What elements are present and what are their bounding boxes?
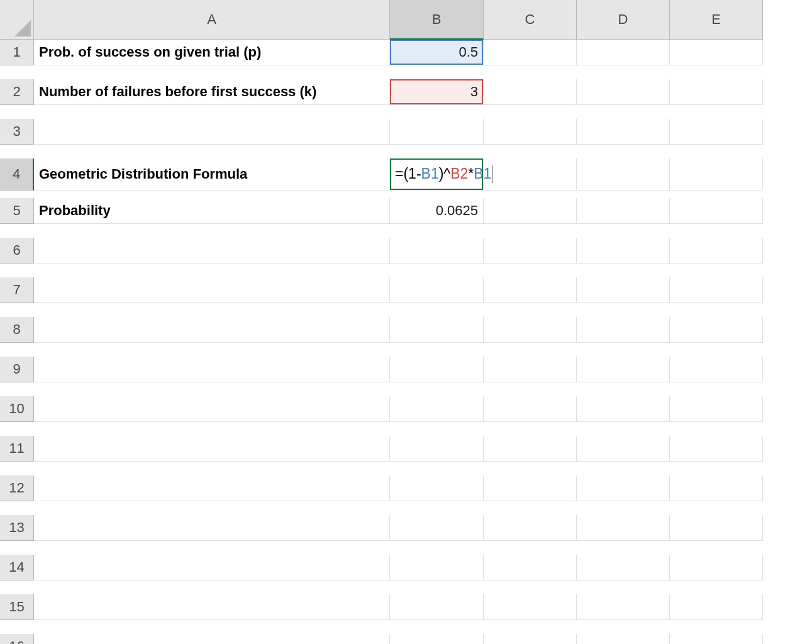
cell-B8[interactable]: [390, 317, 484, 343]
cell-E6[interactable]: [670, 238, 763, 264]
cell-C8[interactable]: [484, 317, 577, 343]
cell-C7[interactable]: [484, 277, 577, 303]
cell-D5[interactable]: [577, 198, 670, 224]
cell-E8[interactable]: [670, 317, 763, 343]
cell-B16[interactable]: [390, 634, 484, 644]
cell-B4[interactable]: =(1-B1)^B2*B1: [390, 158, 484, 191]
cell-E7[interactable]: [670, 277, 763, 303]
cell-C13[interactable]: [484, 515, 577, 541]
cell-D9[interactable]: [577, 357, 670, 382]
select-all-corner[interactable]: [0, 0, 34, 40]
row-header-6[interactable]: 6: [0, 238, 34, 264]
cell-D13[interactable]: [577, 515, 670, 541]
cell-A12[interactable]: [34, 475, 390, 501]
spreadsheet-grid[interactable]: A B C D E 1 Prob. of success on given tr…: [0, 0, 812, 644]
cell-A8[interactable]: [34, 317, 390, 343]
cell-B7[interactable]: [390, 277, 484, 303]
row-header-10[interactable]: 10: [0, 396, 34, 422]
cell-A9[interactable]: [34, 357, 390, 382]
cell-D12[interactable]: [577, 475, 670, 501]
cell-A15[interactable]: [34, 594, 390, 620]
cell-B3[interactable]: [390, 119, 484, 145]
formula-editor[interactable]: =(1-B1)^B2*B1: [395, 165, 493, 183]
cell-E5[interactable]: [670, 198, 763, 224]
cell-A7[interactable]: [34, 277, 390, 303]
cell-A6[interactable]: [34, 238, 390, 264]
cell-E16[interactable]: [670, 634, 763, 644]
column-header-B[interactable]: B: [390, 0, 484, 40]
row-header-11[interactable]: 11: [0, 436, 34, 462]
cell-D16[interactable]: [577, 634, 670, 644]
row-header-9[interactable]: 9: [0, 357, 34, 382]
cell-D14[interactable]: [577, 555, 670, 580]
row-header-14[interactable]: 14: [0, 555, 34, 580]
cell-A2[interactable]: Number of failures before first success …: [34, 79, 390, 105]
column-header-A[interactable]: A: [34, 0, 390, 40]
cell-E14[interactable]: [670, 555, 763, 580]
cell-B14[interactable]: [390, 555, 484, 580]
cell-B2[interactable]: 3: [390, 79, 484, 105]
cell-A4[interactable]: Geometric Distribution Formula: [34, 158, 390, 191]
cell-C3[interactable]: [484, 119, 577, 145]
cell-E12[interactable]: [670, 475, 763, 501]
cell-C15[interactable]: [484, 594, 577, 620]
cell-E2[interactable]: [670, 79, 763, 105]
cell-B1[interactable]: 0.5: [390, 40, 484, 65]
row-header-3[interactable]: 3: [0, 119, 34, 145]
cell-A13[interactable]: [34, 515, 390, 541]
row-header-4[interactable]: 4: [0, 158, 34, 191]
cell-B13[interactable]: [390, 515, 484, 541]
cell-D4[interactable]: [577, 158, 670, 191]
cell-D1[interactable]: [577, 40, 670, 65]
cell-D2[interactable]: [577, 79, 670, 105]
row-header-5[interactable]: 5: [0, 198, 34, 224]
cell-D7[interactable]: [577, 277, 670, 303]
cell-A14[interactable]: [34, 555, 390, 580]
cell-E13[interactable]: [670, 515, 763, 541]
cell-B12[interactable]: [390, 475, 484, 501]
row-header-2[interactable]: 2: [0, 79, 34, 105]
cell-C14[interactable]: [484, 555, 577, 580]
cell-C5[interactable]: [484, 198, 577, 224]
cell-C2[interactable]: [484, 79, 577, 105]
cell-C6[interactable]: [484, 238, 577, 264]
cell-E1[interactable]: [670, 40, 763, 65]
cell-E9[interactable]: [670, 357, 763, 382]
cell-B15[interactable]: [390, 594, 484, 620]
column-header-E[interactable]: E: [670, 0, 763, 40]
cell-D8[interactable]: [577, 317, 670, 343]
cell-C16[interactable]: [484, 634, 577, 644]
row-header-1[interactable]: 1: [0, 40, 34, 65]
row-header-16[interactable]: 16: [0, 634, 34, 644]
column-header-C[interactable]: C: [484, 0, 577, 40]
cell-D6[interactable]: [577, 238, 670, 264]
cell-D10[interactable]: [577, 396, 670, 422]
cell-C12[interactable]: [484, 475, 577, 501]
cell-A16[interactable]: [34, 634, 390, 644]
cell-C9[interactable]: [484, 357, 577, 382]
row-header-7[interactable]: 7: [0, 277, 34, 303]
row-header-13[interactable]: 13: [0, 515, 34, 541]
cell-A1[interactable]: Prob. of success on given trial (p): [34, 40, 390, 65]
cell-C1[interactable]: [484, 40, 577, 65]
cell-A11[interactable]: [34, 436, 390, 462]
cell-D3[interactable]: [577, 119, 670, 145]
row-header-12[interactable]: 12: [0, 475, 34, 501]
cell-B10[interactable]: [390, 396, 484, 422]
cell-B11[interactable]: [390, 436, 484, 462]
cell-C11[interactable]: [484, 436, 577, 462]
cell-E3[interactable]: [670, 119, 763, 145]
cell-B6[interactable]: [390, 238, 484, 264]
cell-E11[interactable]: [670, 436, 763, 462]
row-header-8[interactable]: 8: [0, 317, 34, 343]
cell-C4[interactable]: [484, 158, 577, 191]
column-header-D[interactable]: D: [577, 0, 670, 40]
cell-B5[interactable]: 0.0625: [390, 198, 484, 224]
cell-E15[interactable]: [670, 594, 763, 620]
cell-C10[interactable]: [484, 396, 577, 422]
cell-A10[interactable]: [34, 396, 390, 422]
cell-E10[interactable]: [670, 396, 763, 422]
cell-B9[interactable]: [390, 357, 484, 382]
cell-D11[interactable]: [577, 436, 670, 462]
cell-A5[interactable]: Probability: [34, 198, 390, 224]
